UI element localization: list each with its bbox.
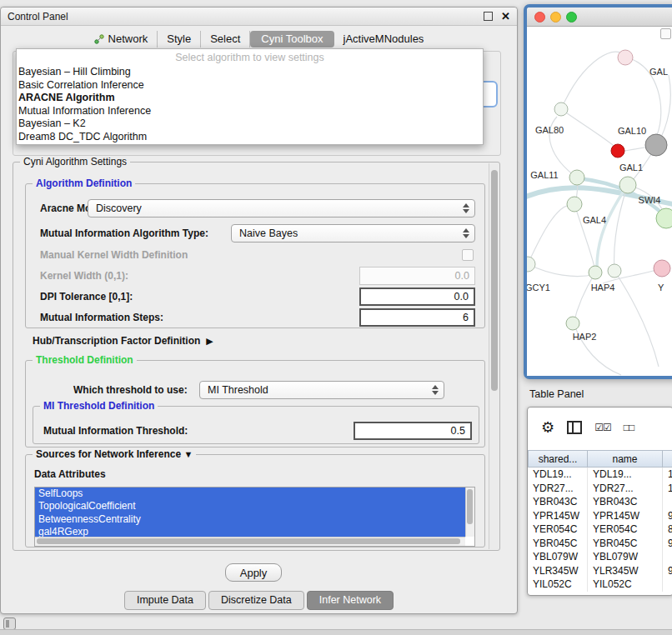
algorithm-option[interactable]: Bayesian – K2 — [17, 118, 483, 131]
manual-kernel-label: Manual Kernel Width Definition — [40, 246, 188, 264]
tab-select[interactable]: Select — [201, 31, 250, 48]
dropdown-placeholder: Select algorithm to view settings — [17, 49, 483, 66]
attributes-list[interactable]: SelfLoops TopologicalCoefficient Between… — [34, 487, 475, 547]
combo-value: Naive Bayes — [239, 228, 298, 239]
graph-labels: GAL GAL80 GAL10 GAL11 GAL1 SWI4 GAL4 GCY… — [527, 67, 668, 342]
minimize-traffic-light[interactable] — [550, 12, 561, 22]
threshold-definition-group: Threshold Definition Which threshold to … — [25, 360, 485, 448]
algorithm-dropdown-popup: Select algorithm to view settings Bayesi… — [16, 48, 484, 145]
list-item-selected[interactable]: BetweennessCentrality — [35, 513, 465, 526]
table-cell: 9. — [663, 564, 672, 578]
graph-edges — [527, 52, 672, 375]
table-cell: 9. — [663, 509, 672, 523]
table-row[interactable]: YER054C YER054C 8. — [528, 522, 672, 537]
network-window-titlebar[interactable] — [527, 8, 672, 27]
zoom-traffic-light[interactable] — [566, 12, 577, 22]
graph-node-pink — [654, 260, 670, 277]
dpi-tolerance-field[interactable]: 0.0 — [359, 288, 475, 306]
column-header-shared[interactable]: shared... — [528, 450, 588, 468]
control-panel-window: Control Panel ✕ Network Style Select Cyn… — [0, 7, 518, 614]
tab-label: Style — [167, 31, 191, 48]
table-panel-window: ⚙ ☑☑ □□ shared... name YDL19... YDL19...… — [527, 407, 672, 596]
graph-node — [566, 317, 579, 330]
scrollbar-thumb[interactable] — [467, 489, 473, 524]
graph-node — [618, 50, 633, 65]
table-cell: YPR145W — [528, 509, 588, 523]
mi-type-select[interactable]: Naive Bayes — [231, 224, 475, 242]
graph-node — [554, 102, 568, 116]
table-cell: YDR27... — [528, 482, 588, 496]
mi-threshold-field[interactable]: 0.5 — [354, 422, 472, 440]
algorithm-option[interactable]: Bayesian – Hill Climbing — [17, 66, 483, 79]
settings-scrollbar[interactable] — [489, 163, 499, 549]
sources-toggle[interactable]: Sources for Network Inference ▼ — [33, 448, 196, 460]
cyni-algorithm-settings-group: Cyni Algorithm Settings Algorithm Defini… — [13, 162, 500, 551]
list-item-selected[interactable]: gal4RGexp — [35, 526, 465, 537]
cytopanel-icon[interactable] — [3, 618, 16, 630]
group-title: Threshold Definition — [33, 354, 137, 366]
scrollbar-corner-button[interactable] — [660, 28, 671, 39]
table-row[interactable]: YLR345W YLR345W 9. — [528, 564, 672, 578]
gear-icon[interactable]: ⚙ — [541, 420, 554, 435]
hub-definition-toggle[interactable]: Hub/Transcription Factor Definition ▶ — [33, 332, 213, 349]
tab-discretize-data[interactable]: Discretize Data — [208, 591, 304, 610]
manual-kernel-checkbox[interactable] — [462, 249, 474, 261]
column-header-name[interactable]: name — [588, 450, 663, 468]
column-header-extra[interactable] — [663, 450, 672, 468]
tab-impute-data[interactable]: Impute Data — [124, 591, 206, 610]
algorithm-option[interactable]: Mutual Information Inference — [17, 105, 483, 118]
list-vertical-scrollbar[interactable] — [465, 488, 474, 537]
columns-icon[interactable] — [567, 421, 582, 434]
table-cell: YER054C — [528, 522, 588, 537]
table-row[interactable]: YDR27... YDR27... 12 — [528, 482, 672, 496]
close-icon[interactable]: ✕ — [501, 11, 510, 22]
algorithm-option-selected[interactable]: ARACNE Algorithm — [17, 92, 483, 105]
table-cell: YBR045C — [588, 537, 663, 551]
table-row[interactable]: YBR043C YBR043C — [528, 495, 672, 509]
table-row[interactable]: YDL19... YDL19... 13 — [528, 468, 672, 482]
close-traffic-light[interactable] — [534, 12, 545, 22]
tab-label: Select — [210, 31, 240, 48]
tab-jactivemnodules[interactable]: jActiveMNodules — [334, 31, 434, 48]
table-cell: 13 — [663, 468, 672, 482]
table-cell: YDR27... — [588, 482, 663, 496]
table-cell: YBL079W — [588, 550, 663, 564]
combo-arrows-icon — [432, 382, 439, 398]
table-body: YDL19... YDL19... 13 YDR27... YDR27... 1… — [528, 468, 672, 595]
deselect-all-icon[interactable]: □□ — [624, 422, 634, 433]
which-threshold-select[interactable]: MI Threshold — [199, 381, 444, 399]
bottom-strip — [0, 629, 672, 635]
list-horizontal-scrollbar[interactable] — [35, 537, 465, 546]
sources-group: Sources for Network Inference ▼ Data Att… — [25, 454, 485, 548]
tab-network[interactable]: Network — [85, 31, 158, 48]
list-item-selected[interactable]: TopologicalCoefficient — [35, 500, 465, 512]
graph-node — [527, 257, 535, 272]
table-panel-title: Table Panel — [529, 388, 584, 400]
network-canvas[interactable]: GAL GAL80 GAL10 GAL11 GAL1 SWI4 GAL4 GCY… — [527, 27, 672, 376]
scrollbar-thumb[interactable] — [491, 170, 498, 391]
tab-cyni-toolbox[interactable]: Cyni Toolbox — [250, 31, 333, 48]
select-all-icon[interactable]: ☑☑ — [594, 422, 611, 433]
node-label: HAP2 — [573, 332, 597, 342]
aracne-mode-select[interactable]: Discovery — [88, 199, 475, 218]
combo-value: MI Threshold — [208, 384, 268, 396]
tab-style[interactable]: Style — [158, 31, 201, 48]
table-row[interactable]: YBR045C YBR045C 9. — [528, 537, 672, 551]
node-label: GAL80 — [535, 125, 564, 135]
tab-label: Cyni Toolbox — [261, 31, 323, 48]
scrollbar-thumb[interactable] — [37, 538, 460, 544]
float-window-icon[interactable] — [484, 12, 493, 21]
kernel-width-field[interactable]: 0.0 — [359, 267, 475, 285]
table-row[interactable]: YBL079W YBL079W — [528, 550, 672, 564]
list-item-selected[interactable]: SelfLoops — [35, 488, 465, 500]
table-row[interactable]: YIL052C YIL052C — [528, 578, 672, 592]
algorithm-option[interactable]: Basic Correlation Inference — [17, 79, 483, 92]
table-row[interactable]: YPR145W YPR145W 9. — [528, 509, 672, 523]
node-label: GAL11 — [530, 170, 558, 180]
apply-button[interactable]: Apply — [225, 563, 282, 582]
mi-steps-field[interactable]: 6 — [359, 308, 475, 327]
table-cell: YLR345W — [528, 564, 588, 578]
algorithm-option[interactable]: Dream8 DC_TDC Algorithm — [17, 131, 483, 144]
tab-infer-network[interactable]: Infer Network — [307, 591, 394, 610]
node-label: Y — [658, 282, 664, 292]
